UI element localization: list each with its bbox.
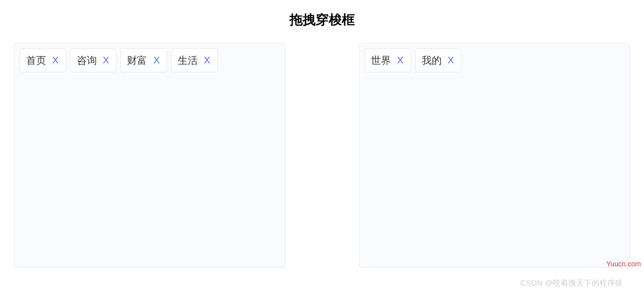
close-icon[interactable]: X [396, 55, 405, 66]
tag-label: 我的 [422, 54, 442, 67]
close-icon[interactable]: X [152, 55, 161, 66]
close-icon[interactable]: X [102, 55, 110, 66]
close-icon[interactable]: X [203, 55, 211, 66]
tag-item[interactable]: 首页 X [20, 48, 66, 72]
tag-item[interactable]: 世界 X [364, 48, 411, 72]
tag-item[interactable]: 我的 X [415, 48, 462, 72]
tag-label: 咨询 [77, 54, 97, 67]
tag-label: 世界 [371, 54, 391, 67]
right-panel[interactable]: 世界 X 我的 X [359, 43, 630, 268]
watermark-site: Yuucn.com [606, 260, 641, 268]
tag-label: 首页 [26, 54, 46, 67]
left-panel[interactable]: 首页 X 咨询 X 财富 X 生活 X [14, 43, 285, 268]
watermark-author: CSDN @咬着拽天下的程序猿 [521, 278, 623, 288]
page-title: 拖拽穿梭框 [0, 0, 644, 43]
tag-item[interactable]: 生活 X [171, 48, 218, 72]
tag-label: 财富 [127, 54, 147, 67]
tag-item[interactable]: 财富 X [120, 48, 167, 72]
close-icon[interactable]: X [51, 55, 60, 66]
transfer-container: 首页 X 咨询 X 财富 X 生活 X 世界 X 我的 X [0, 43, 644, 268]
tag-item[interactable]: 咨询 X [70, 48, 117, 72]
tag-label: 生活 [178, 54, 198, 67]
close-icon[interactable]: X [447, 55, 455, 66]
